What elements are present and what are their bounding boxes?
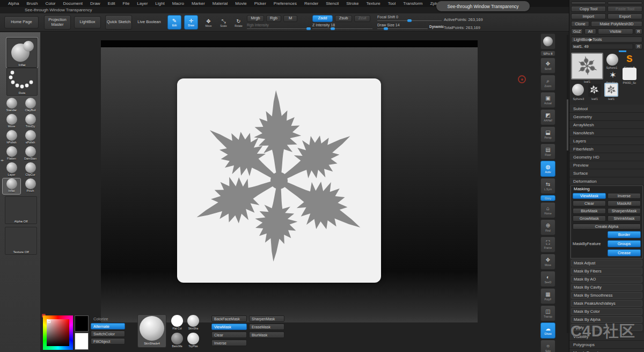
right-shelf-tile[interactable]: ◩ AAHalf — [540, 109, 555, 125]
mask-item-button[interactable]: Mask PeaksAndValleys — [571, 300, 642, 307]
material-item[interactable]: Flat Col — [170, 315, 185, 332]
right-shelf-tile[interactable]: ⇆ L.Sym — [540, 178, 555, 194]
leaf-selected-thumbnail[interactable] — [604, 83, 618, 97]
palette-section[interactable]: Geometry HD — [569, 153, 644, 161]
right-shelf-tile[interactable]: SPix 8 — [540, 51, 555, 56]
goz-visible-button[interactable]: Visible — [598, 28, 633, 34]
leaf-dark-thumbnail[interactable] — [588, 84, 601, 97]
menu-item[interactable]: Draw — [86, 1, 104, 6]
home-page-button[interactable]: Home Page — [4, 16, 39, 28]
colorize-button[interactable]: Colorize — [91, 315, 125, 322]
lightbox-tools-bar[interactable]: LightBox▶Tools — [571, 37, 642, 42]
right-shelf-tile[interactable] — [540, 33, 555, 49]
masking-button[interactable]: Clear — [573, 200, 606, 206]
goz-button[interactable]: GoZ — [571, 28, 583, 34]
right-shelf-tile[interactable]: Gizy — [540, 195, 555, 201]
brush-item[interactable]: Layer — [3, 162, 20, 178]
menu-item[interactable]: Macro — [169, 1, 188, 6]
slider-nub[interactable] — [384, 27, 388, 30]
palette-section[interactable]: Preview — [569, 161, 644, 169]
mask-quick-button[interactable]: BackFaceMask — [211, 315, 247, 322]
mask-quick-button[interactable]: SharpenMask — [249, 315, 284, 322]
right-shelf-tile[interactable]: ⌕ Zoom — [540, 75, 555, 91]
brush-item[interactable]: ClipCur — [21, 162, 39, 178]
switch-color-button[interactable]: SwitchColor — [91, 331, 125, 337]
menu-item[interactable]: Render — [301, 1, 322, 6]
menu-item[interactable]: File — [119, 1, 133, 6]
palette-section[interactable]: Subtool — [569, 105, 644, 113]
projection-master-button[interactable]: Projection Master — [44, 15, 71, 30]
zcut-button[interactable]: Zcut — [354, 15, 370, 22]
lightbox-button[interactable]: LightBox — [74, 16, 101, 28]
goz-all-button[interactable]: All — [584, 28, 596, 34]
material-item[interactable]: BasicMa — [170, 333, 185, 349]
alpha-slot[interactable]: Alpha Off — [5, 196, 37, 224]
copy-tool-button[interactable]: Copy Tool — [571, 6, 606, 12]
see-through-button[interactable]: See-through Window Transparency — [436, 1, 530, 11]
secondary-color-swatch[interactable] — [75, 333, 89, 350]
goz-r-button[interactable]: R — [635, 28, 642, 34]
masking-button[interactable]: MaskAll — [608, 200, 641, 206]
menu-item[interactable]: Material — [209, 1, 231, 6]
masking-button[interactable]: SharpenMask — [608, 208, 641, 214]
make-polymesh3d-button[interactable]: Make PolyMesh3D — [591, 21, 642, 27]
brush-item[interactable]: hPolish — [3, 130, 20, 146]
mask-quick-button[interactable]: Clear — [211, 332, 247, 338]
right-shelf-tile[interactable]: ⛶ Frame — [540, 236, 555, 253]
menu-item[interactable]: Preferences — [270, 1, 301, 6]
texture-slot[interactable]: Texture Off — [5, 227, 37, 255]
menu-item[interactable]: Transform — [399, 1, 426, 6]
rotate-mode-button[interactable]: ↻ Rotate — [233, 16, 244, 30]
current-brush-tile[interactable]: Inflat — [6, 38, 38, 68]
mask-item-button[interactable]: Mask By Fibers — [571, 268, 642, 275]
tool-name-field[interactable]: leaf1. 49 — [571, 44, 633, 49]
menu-item[interactable]: Tool — [384, 1, 400, 6]
mask-quick-button[interactable]: BlurMask — [249, 332, 284, 338]
edit-mode-button[interactable]: ✎ Edit — [167, 15, 181, 30]
brush-item[interactable]: Flatten — [3, 146, 20, 162]
mask-feature-button[interactable]: Border — [608, 231, 641, 238]
slider-nub[interactable] — [331, 27, 335, 30]
mask-item-button[interactable]: Mask By AO — [571, 276, 642, 283]
mask-quick-button[interactable]: Inverse — [211, 340, 247, 346]
menu-item[interactable]: Movie — [231, 1, 250, 6]
menu-item[interactable]: Light — [151, 1, 168, 6]
menu-item[interactable]: Marker — [188, 1, 209, 6]
scale-mode-button[interactable]: ⤡ Scale — [218, 16, 229, 30]
masking-button[interactable]: BlurMask — [573, 208, 606, 214]
palette-section[interactable]: Morph Target — [569, 349, 644, 352]
sculpt-document[interactable]: ◂T▸ — [101, 40, 478, 322]
right-shelf-tile[interactable]: ⬓ Persp — [540, 126, 555, 142]
dynamic-toggle[interactable]: Dynamic — [429, 25, 444, 28]
saturation-value-box[interactable] — [47, 319, 69, 346]
palette-section[interactable]: ArrayMesh — [569, 121, 644, 129]
menu-item[interactable]: Edit — [104, 1, 119, 6]
mask-quick-button[interactable]: EraseMask — [249, 324, 284, 330]
right-shelf-tile[interactable]: ✥ Move — [540, 254, 555, 270]
panel-scroll-thumb[interactable] — [567, 99, 568, 150]
sphere3-tool-thumbnail[interactable] — [572, 84, 584, 96]
masking-header[interactable]: Masking — [571, 186, 642, 192]
panel-scrollbar[interactable] — [567, 35, 568, 333]
mask-item-button[interactable]: Mask Adjust — [571, 260, 642, 267]
menu-item[interactable]: Color — [41, 1, 59, 6]
draw-size-slider[interactable]: Draw Size 14 — [377, 23, 428, 30]
menu-item[interactable]: Texture — [362, 1, 384, 6]
menu-item[interactable]: Brush — [23, 1, 41, 6]
masking-button[interactable]: GrowMask — [573, 215, 606, 221]
brush-item[interactable]: Inflat — [3, 178, 20, 194]
right-shelf-tile[interactable]: ✥ Scroll — [540, 58, 555, 74]
mask-feature-button[interactable]: Groups — [608, 240, 641, 247]
masking-button[interactable]: Inverse — [608, 193, 641, 199]
fill-object-button[interactable]: FillObject — [91, 338, 125, 344]
create-alpha-button[interactable]: Create Alpha — [573, 224, 641, 229]
right-shelf-tile[interactable]: ▤ Floor — [540, 143, 555, 160]
move-mode-button[interactable]: ✥ Move — [203, 16, 214, 30]
slider-nub[interactable] — [306, 27, 311, 30]
save-as-button-cut[interactable] — [608, 2, 642, 4]
right-shelf-tile[interactable]: ⌂ Home — [540, 202, 555, 218]
right-shelf-tile[interactable]: ⊕ Find — [540, 219, 555, 235]
stroke-dots-tile[interactable]: Dots — [6, 68, 38, 96]
canvas-viewport[interactable]: ◂T▸ — [40, 32, 569, 352]
main-color-swatch[interactable] — [75, 315, 89, 332]
